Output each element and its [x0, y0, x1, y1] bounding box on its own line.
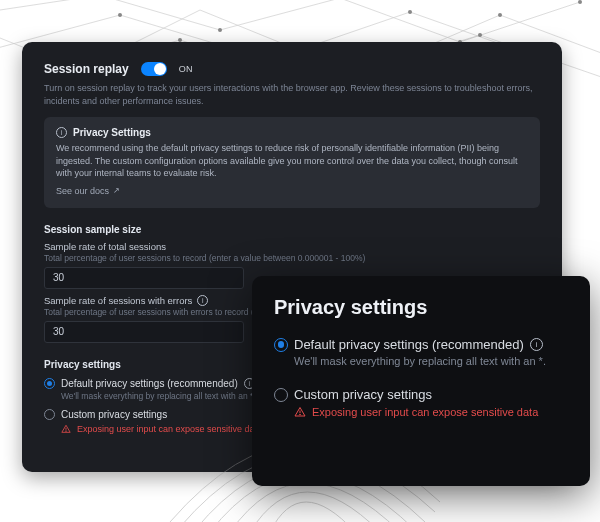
- radio-selected-icon: [274, 338, 288, 352]
- overlay-custom-warning: Exposing user input can expose sensitive…: [294, 406, 568, 418]
- svg-point-4: [118, 13, 122, 17]
- info-icon[interactable]: i: [197, 295, 208, 306]
- overlay-default-hint: We'll mask everything by replacing all t…: [294, 355, 568, 367]
- warning-icon: [61, 424, 71, 434]
- overlay-default-label: Default privacy settings (recommended): [294, 337, 524, 352]
- toggle-state-label: ON: [179, 64, 193, 74]
- info-icon: i: [56, 127, 67, 138]
- session-replay-title: Session replay: [44, 62, 129, 76]
- svg-point-12: [498, 13, 502, 17]
- radio-selected-icon: [44, 378, 55, 389]
- svg-point-6: [408, 10, 412, 14]
- total-sample-label: Sample rate of total sessions: [44, 241, 540, 252]
- privacy-settings-overlay: Privacy settings Default privacy setting…: [252, 276, 590, 486]
- privacy-infobox-title: Privacy Settings: [73, 127, 151, 138]
- radio-unselected-icon: [274, 388, 288, 402]
- warning-icon: [294, 406, 306, 418]
- total-sample-hint: Total percentage of user sessions to rec…: [44, 253, 540, 263]
- session-replay-toggle[interactable]: [141, 62, 167, 76]
- overlay-title: Privacy settings: [274, 296, 568, 319]
- session-replay-description: Turn on session replay to track your use…: [44, 82, 540, 107]
- privacy-infobox: i Privacy Settings We recommend using th…: [44, 117, 540, 208]
- privacy-custom-label: Custom privacy settings: [61, 409, 167, 420]
- privacy-infobox-body: We recommend using the default privacy s…: [56, 142, 528, 180]
- error-sample-input[interactable]: [44, 321, 244, 343]
- svg-point-9: [478, 33, 482, 37]
- total-sample-input[interactable]: [44, 267, 244, 289]
- svg-point-18: [300, 414, 301, 415]
- privacy-default-label: Default privacy settings (recommended): [61, 378, 238, 389]
- error-sample-label: Sample rate of sessions with errors: [44, 295, 192, 306]
- overlay-custom-warning-text: Exposing user input can expose sensitive…: [312, 406, 538, 418]
- overlay-privacy-custom-option[interactable]: Custom privacy settings: [274, 387, 568, 402]
- session-sample-size-heading: Session sample size: [44, 224, 540, 235]
- privacy-custom-warning-text: Exposing user input can expose sensitive…: [77, 424, 262, 434]
- see-docs-link[interactable]: See our docs ↗: [56, 186, 120, 196]
- radio-unselected-icon: [44, 409, 55, 420]
- svg-point-14: [578, 0, 582, 4]
- svg-point-1: [218, 28, 222, 32]
- info-icon[interactable]: i: [530, 338, 543, 351]
- overlay-custom-label: Custom privacy settings: [294, 387, 432, 402]
- overlay-privacy-default-option[interactable]: Default privacy settings (recommended) i: [274, 337, 568, 352]
- external-link-icon: ↗: [113, 186, 120, 195]
- svg-point-16: [66, 431, 67, 432]
- see-docs-label: See our docs: [56, 186, 109, 196]
